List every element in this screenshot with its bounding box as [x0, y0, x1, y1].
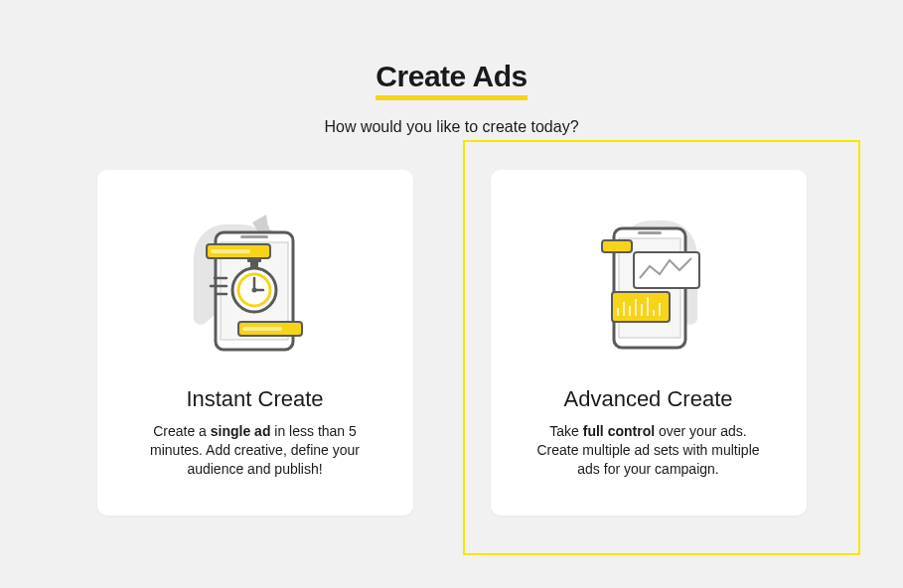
svg-rect-11: [247, 258, 261, 262]
svg-rect-22: [634, 252, 699, 288]
svg-rect-5: [211, 249, 250, 253]
instant-create-description: Create a single ad in less than 5 minute…: [141, 422, 370, 479]
page-subtitle: How would you like to create today?: [0, 118, 903, 136]
svg-rect-21: [602, 240, 632, 252]
advanced-create-title: Advanced Create: [564, 386, 733, 412]
svg-rect-3: [240, 235, 268, 238]
svg-point-14: [251, 288, 256, 293]
advanced-create-description: Take full control over your ads. Create …: [534, 422, 763, 479]
create-ads-page: Create Ads How would you like to create …: [0, 0, 903, 515]
svg-rect-20: [638, 231, 662, 234]
advanced-create-card[interactable]: Advanced Create Take full control over y…: [491, 170, 807, 515]
instant-create-title: Instant Create: [186, 386, 323, 412]
instant-create-illustration-icon: [166, 200, 345, 368]
svg-rect-10: [250, 262, 258, 268]
page-title: Create Ads: [376, 60, 527, 100]
card-row: Instant Create Create a single ad in les…: [0, 170, 903, 515]
instant-create-card[interactable]: Instant Create Create a single ad in les…: [97, 170, 413, 515]
svg-rect-7: [242, 327, 282, 331]
advanced-create-illustration-icon: [559, 200, 738, 368]
